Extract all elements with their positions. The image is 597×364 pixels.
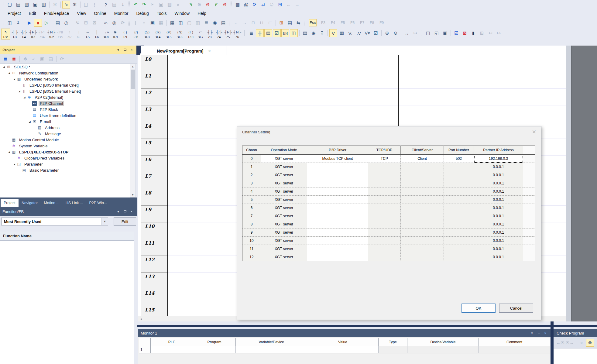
cell-ch8-client-server[interactable] <box>401 220 444 228</box>
options-wrench-icon[interactable]: ✻ <box>51 1 59 9</box>
expander-icon[interactable]: ◢ <box>12 163 16 166</box>
io-parameter-icon[interactable]: ◉ <box>310 29 317 37</box>
ladder-tool-positive-contact-closed[interactable]: ┤PFcsA <box>38 29 47 39</box>
full-screen-icon[interactable]: ▣ <box>441 29 449 37</box>
cell-ch3-port-number[interactable] <box>444 179 474 187</box>
dock-tab-project[interactable]: Project <box>1 199 19 207</box>
menu-tools[interactable]: Tools <box>153 10 171 17</box>
cell-ch10-client-server[interactable] <box>401 237 444 245</box>
delete-check-result-icon[interactable]: × <box>578 339 585 347</box>
monitor-cell-plc[interactable] <box>151 346 193 353</box>
ladder-tool-falling-edge[interactable]: ↓aF <box>74 29 83 39</box>
view-variables-icon[interactable]: ▤ <box>264 29 272 37</box>
enable-link-icon[interactable]: ∞ <box>102 19 110 27</box>
tree-item-address[interactable]: ▤Address <box>0 125 130 131</box>
function-list[interactable] <box>0 241 134 364</box>
cell-ch3-p2p-driver[interactable] <box>307 179 368 187</box>
insert-cell-icon[interactable]: ⊕ <box>195 1 203 9</box>
window-split-icon[interactable]: ◫ <box>424 29 432 37</box>
fkey-f8[interactable]: F8 <box>369 19 375 26</box>
convert-names-icon[interactable]: ⇄ <box>259 1 267 9</box>
stop-plc-icon[interactable]: ■ <box>34 19 42 27</box>
cell-ch9-partner-ip[interactable]: 0.0.0.1 <box>474 228 523 237</box>
cell-ch9-operation-mode[interactable]: XGT server <box>261 228 307 237</box>
dock-tab-navigator[interactable]: Navigator <box>19 199 41 207</box>
open-project-icon[interactable]: ▤ <box>14 1 22 9</box>
cell-ch1-channel[interactable]: 1 <box>242 163 261 171</box>
system-temperature-icon[interactable]: ¦ <box>91 1 98 9</box>
open-from-plc-icon[interactable]: ▧ <box>23 1 31 9</box>
zoom-in-icon[interactable]: ⊕ <box>383 29 391 37</box>
cell-ch5-tcp-udp[interactable] <box>368 196 401 204</box>
cell-ch8-operation-mode[interactable]: XGT server <box>261 220 307 228</box>
chevron-down-icon[interactable]: ▼ <box>101 218 108 225</box>
insert-block-icon[interactable]: ⊞ <box>277 19 285 27</box>
tree-item-lsplc-b0s1-internal-fenet[interactable]: ◢▯LSPLC [B0S1 Internal FEnet] <box>0 88 130 94</box>
expander-icon[interactable]: ◢ <box>22 96 26 99</box>
copy-icon[interactable]: ▣ <box>157 1 165 9</box>
edit-button[interactable]: Edit <box>114 217 136 226</box>
program-properties-icon[interactable]: ▤ <box>301 29 309 37</box>
menu-project[interactable]: Project <box>4 10 25 17</box>
toolbar-drag-handle[interactable] <box>2 19 4 26</box>
cell-ch9-p2p-driver[interactable] <box>307 228 368 237</box>
cell-ch3-tcp-udp[interactable] <box>368 179 401 187</box>
tree-scrollbar[interactable]: ▲ ▼ <box>130 64 136 197</box>
cell-ch12-client-server[interactable] <box>401 253 444 261</box>
tree-item-p2p-02-internal[interactable]: ◢⊕P2P 02(Internal) <box>0 94 130 100</box>
refresh-tree-icon[interactable]: ⟳ <box>58 55 66 63</box>
delete-icon[interactable]: × <box>174 1 182 9</box>
ok-button[interactable]: OK <box>461 304 496 313</box>
write-to-plc-icon[interactable]: ↧ <box>14 19 22 27</box>
monitor-start-icon[interactable]: ◫ <box>82 1 90 9</box>
column-width-icon[interactable]: ↔ <box>403 29 411 37</box>
help-icon[interactable]: ? <box>102 1 110 9</box>
scroll-thumb[interactable] <box>131 70 135 89</box>
menu-find-replace[interactable]: Find/Replace <box>40 10 73 17</box>
lock-item-icon[interactable]: ▣ <box>38 55 46 63</box>
cell-ch0-port-number[interactable]: 502 <box>444 155 474 163</box>
cell-ch4-p2p-driver[interactable] <box>307 187 368 196</box>
cell-ch5-channel[interactable]: 5 <box>242 196 261 204</box>
cell-ch12-tcp-udp[interactable] <box>368 253 401 261</box>
cell-ch1-tcp-udp[interactable] <box>368 163 401 171</box>
user-info-icon[interactable]: ▤ <box>110 1 118 9</box>
cell-ch4-channel[interactable]: 4 <box>242 187 261 196</box>
cell-ch0-tcp-udp[interactable]: TCP <box>368 155 401 163</box>
fkey-f5[interactable]: F5 <box>340 19 346 26</box>
cell-ch4-operation-mode[interactable]: XGT server <box>261 187 307 196</box>
panel-menu-icon[interactable]: ▾ <box>115 209 121 214</box>
view-comment-icon[interactable]: ≣ <box>247 29 255 37</box>
monitor-window-icon[interactable]: ◫ <box>177 19 185 27</box>
install-icon[interactable]: ↧ <box>119 1 127 9</box>
menu-debug[interactable]: Debug <box>132 10 153 17</box>
check-item-icon[interactable]: ✓ <box>30 55 38 63</box>
frame-tool-4-icon[interactable]: ⊔ <box>258 19 266 27</box>
cell-ch3-client-server[interactable] <box>401 179 444 187</box>
dock-tab-hs-link[interactable]: HS Link ... <box>63 199 86 207</box>
item-properties-icon[interactable]: ▤ <box>47 55 55 63</box>
fkey-f9[interactable]: F9 <box>379 19 385 26</box>
cell-ch10-partner-ip[interactable]: 0.0.0.1 <box>474 237 523 245</box>
cell-ch9-port-number[interactable] <box>444 228 474 237</box>
plc-history-icon[interactable]: ◷ <box>62 19 70 27</box>
trend-monitor-icon[interactable]: ≣ <box>202 19 210 27</box>
cell-ch7-tcp-udp[interactable] <box>368 212 401 220</box>
ladder-tool-normally-open-contact[interactable]: ┤ ├F3 <box>10 29 19 39</box>
check-program-off-icon[interactable]: ⊠ <box>461 29 469 37</box>
prev-bookmark-icon[interactable]: ↤ <box>486 29 494 37</box>
fkey-f6[interactable]: F6 <box>349 19 355 26</box>
cell-ch9-channel[interactable]: 9 <box>242 228 261 237</box>
menu-edit[interactable]: Edit <box>25 10 40 17</box>
view-checkbox-icon[interactable]: ☑ <box>273 29 281 37</box>
pin-icon[interactable] <box>122 209 128 214</box>
cell-ch8-partner-ip[interactable]: 0.0.0.1 <box>474 220 523 228</box>
delete-line-icon[interactable]: ⊖ <box>204 1 212 9</box>
bottom-dock-splitter[interactable] <box>137 325 597 327</box>
cell-ch9-tcp-udp[interactable] <box>368 228 401 237</box>
cell-ch2-operation-mode[interactable]: XGT server <box>261 171 307 179</box>
document-tab[interactable]: NewProgram[Program] × <box>141 46 227 56</box>
ladder-tool-function-block[interactable]: (F)F10 <box>185 29 196 39</box>
device-chip-icon[interactable]: ▦ <box>338 29 346 37</box>
next-bookmark-icon[interactable]: ↦ <box>495 29 503 37</box>
